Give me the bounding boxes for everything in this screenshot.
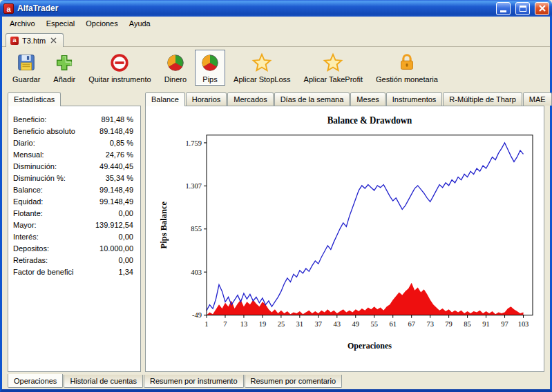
tab-horarios[interactable]: Horarios xyxy=(186,92,227,106)
svg-text:-49: -49 xyxy=(192,311,202,319)
svg-text:Operaciones: Operaciones xyxy=(348,340,392,350)
close-icon xyxy=(50,37,57,43)
svg-text:43: 43 xyxy=(334,320,341,328)
quitar-instrumento-button[interactable]: Quitar instrumento xyxy=(84,50,155,86)
document-icon: a xyxy=(10,37,19,45)
svg-text:91: 91 xyxy=(482,320,489,328)
stat-value: 139.912,54 xyxy=(95,221,133,229)
menu-especial[interactable]: Especial xyxy=(41,18,81,29)
document-close-button[interactable] xyxy=(49,36,58,45)
tab-historial-de-cuentas[interactable]: Historial de cuentas xyxy=(64,375,143,388)
svg-text:37: 37 xyxy=(315,320,323,328)
quitar-instrumento-label: Quitar instrumento xyxy=(88,75,151,84)
stat-value: 24,76 % xyxy=(106,150,133,159)
close-button[interactable] xyxy=(535,2,549,15)
svg-text:73: 73 xyxy=(426,320,433,328)
tab-instrumentos[interactable]: Instrumentos xyxy=(386,92,443,106)
stat-label: Beneficio: xyxy=(13,115,46,124)
green-plus-icon xyxy=(54,52,75,73)
svg-text:31: 31 xyxy=(296,320,303,328)
tab-estadisticas[interactable]: Estadísticas xyxy=(8,92,61,106)
tab-r-multiple-de-tharp[interactable]: R-Múltiple de Tharp xyxy=(443,92,522,106)
anadir-label: Añadir xyxy=(53,75,75,84)
stat-value: 0,00 xyxy=(119,256,133,264)
gestion-monetaria-button[interactable]: Gestión monetaria xyxy=(371,50,443,86)
stat-label: Diario: xyxy=(13,139,35,147)
stat-row-equidad: Equidad:99.148,49 xyxy=(8,195,140,207)
statistics-panel: Estadísticas Beneficio:891,48 % Benefici… xyxy=(8,92,141,372)
stat-value: 35,34 % xyxy=(106,174,133,182)
lock-icon xyxy=(397,52,417,73)
document-tab-t3[interactable]: a T3.htm xyxy=(6,33,64,47)
titlebar: a AlfaTrader xyxy=(0,0,552,17)
maximize-button[interactable] xyxy=(515,2,530,15)
stat-label: Depositos: xyxy=(13,244,49,253)
tab-balance[interactable]: Balance xyxy=(145,92,185,106)
svg-text:403: 403 xyxy=(191,268,202,276)
svg-text:85: 85 xyxy=(464,320,470,328)
aplicar-stoploss-label: Aplicar StopLoss xyxy=(234,75,291,84)
statistics-list: Beneficio:891,48 % Beneficio absoluto89.… xyxy=(8,106,141,372)
svg-text:1: 1 xyxy=(204,320,208,328)
svg-text:61: 61 xyxy=(389,320,396,328)
menu-ayuda[interactable]: Ayuda xyxy=(124,18,156,29)
app-window: a AlfaTrader Archivo Especial Opciones A… xyxy=(0,0,552,392)
stat-label: Flotante: xyxy=(13,209,43,217)
stat-row-balance: Balance:99.148,49 xyxy=(8,184,140,195)
stat-value: 891,48 % xyxy=(102,115,133,124)
svg-text:55: 55 xyxy=(370,320,377,328)
tab-dias-de-la-semana[interactable]: Días de la semana xyxy=(274,92,350,106)
stat-value: 0,00 xyxy=(119,209,133,217)
pie-chart-icon xyxy=(165,52,186,73)
maximize-icon xyxy=(520,6,526,12)
stat-value: 10.000,00 xyxy=(99,244,133,253)
svg-text:25: 25 xyxy=(278,320,285,328)
minimize-button[interactable] xyxy=(496,2,511,15)
star-icon xyxy=(251,52,272,73)
stat-value: 0,85 % xyxy=(110,139,133,147)
stat-value: 89.148,49 xyxy=(99,127,133,135)
menu-archivo[interactable]: Archivo xyxy=(4,18,41,29)
stat-label: Interés: xyxy=(13,233,39,241)
main-area: Estadísticas Beneficio:891,48 % Benefici… xyxy=(2,90,550,375)
stat-label: Balance: xyxy=(13,186,43,194)
guardar-label: Guardar xyxy=(12,75,40,84)
tab-mercados[interactable]: Mercados xyxy=(227,92,273,106)
tab-mae[interactable]: MAE xyxy=(523,92,552,106)
pie-chart-icon xyxy=(200,52,220,73)
document-tab-label: T3.htm xyxy=(22,37,46,45)
menu-opciones[interactable]: Opciones xyxy=(80,18,123,29)
close-icon xyxy=(538,4,546,12)
anadir-button[interactable]: Añadir xyxy=(48,50,80,86)
stat-label: Mayor: xyxy=(13,221,37,229)
tab-resumen-por-instrumento[interactable]: Resumen por instrumento xyxy=(144,375,244,388)
pips-label: Pips xyxy=(202,75,217,84)
stat-row-disminucion-pct: Disminución %:35,34 % xyxy=(8,172,140,184)
dinero-button[interactable]: Dinero xyxy=(160,50,191,86)
red-minus-circle-icon xyxy=(109,52,130,73)
guardar-button[interactable]: Guardar xyxy=(8,50,45,86)
aplicar-takeprofit-button[interactable]: Aplicar TakeProfit xyxy=(299,50,368,86)
app-logo-icon: a xyxy=(3,3,14,14)
stat-label: Mensual: xyxy=(13,150,44,159)
menu-bar: Archivo Especial Opciones Ayuda xyxy=(2,17,550,30)
svg-text:103: 103 xyxy=(518,320,529,328)
stat-row-beneficio: Beneficio:891,48 % xyxy=(8,113,140,125)
aplicar-stoploss-button[interactable]: Aplicar StopLoss xyxy=(229,50,296,86)
tab-meses[interactable]: Meses xyxy=(350,92,385,106)
tab-resumen-por-comentario[interactable]: Resumen por comentario xyxy=(245,375,343,388)
stat-row-diario: Diario:0,85 % xyxy=(8,137,140,148)
pips-button[interactable]: Pips xyxy=(195,50,225,86)
tab-operaciones[interactable]: Operaciones xyxy=(8,374,63,388)
stat-value: 99.148,49 xyxy=(99,197,133,206)
toolbar: Guardar Añadir Quitar instrumento xyxy=(2,47,550,90)
stat-row-flotante: Flotante:0,00 xyxy=(8,207,140,219)
window-title: AlfaTrader xyxy=(17,3,491,13)
stat-row-beneficio-absoluto: Beneficio absoluto89.148,49 xyxy=(8,125,140,137)
chart-tab-bar: Balance Horarios Mercados Días de la sem… xyxy=(145,92,544,106)
window-frame: Archivo Especial Opciones Ayuda a T3.htm xyxy=(0,17,552,392)
stat-row-disminucion: Disminución:49.440,45 xyxy=(8,160,140,172)
gestion-monetaria-label: Gestión monetaria xyxy=(376,75,438,84)
bottom-tab-bar: Operaciones Historial de cuentas Resumen… xyxy=(2,375,550,389)
svg-text:97: 97 xyxy=(501,320,508,328)
